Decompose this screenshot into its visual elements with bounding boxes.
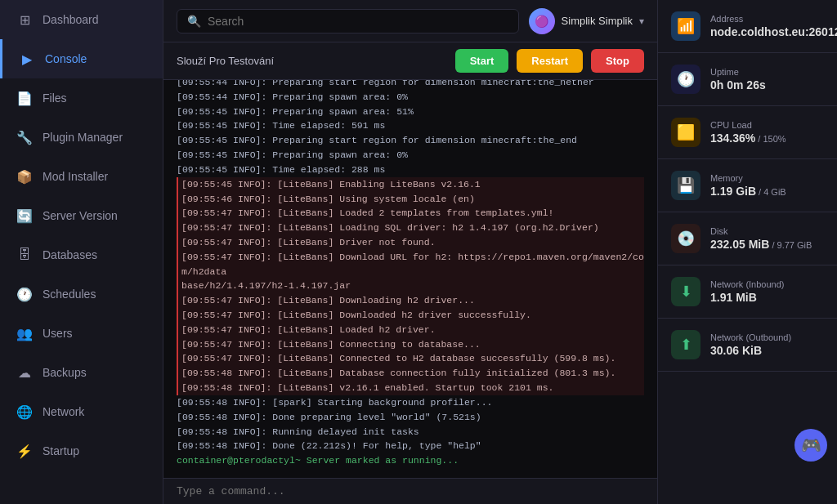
log-line: [09:55:45 INFO]: Preparing start region … xyxy=(177,133,644,148)
cpu-sub: / 150% xyxy=(755,134,786,144)
net-out-icon: ⬆ xyxy=(671,330,700,359)
search-box[interactable]: 🔍 xyxy=(177,9,519,33)
log-line: container@pterodactyl~ Server marked as … xyxy=(177,453,644,468)
sidebar-item-files[interactable]: 📄 Files xyxy=(0,78,163,118)
info-card-memory: 💾Memory1.19 GiB / 4 GiB xyxy=(658,159,837,212)
main-content: 🔍 🟣 Simplik Simplik ▾ Slouží Pro Testová… xyxy=(163,0,657,504)
disk-icon: 💿 xyxy=(671,224,700,253)
net-out-text: Network (Outbound)30.06 KiB xyxy=(710,332,791,357)
dashboard-icon: ⊞ xyxy=(16,11,33,28)
cpu-icon: 🟨 xyxy=(671,118,700,147)
memory-value: 1.19 GiB / 4 GiB xyxy=(710,185,786,198)
startup-icon: ⚡ xyxy=(16,443,33,459)
net-in-icon: ⬇ xyxy=(671,277,700,306)
sidebar-item-backups[interactable]: ☁ Backups xyxy=(0,353,163,392)
uptime-value: 0h 0m 26s xyxy=(710,78,766,91)
net-out-value: 30.06 KiB xyxy=(710,344,791,357)
disk-value: 232.05 MiB / 9.77 GiB xyxy=(710,238,812,251)
cpu-text: CPU Load134.36% / 150% xyxy=(710,120,786,145)
log-line: [09:55:47 INFO]: [LiteBans] Downloading … xyxy=(177,293,644,308)
sidebar-item-label: Mod Installer xyxy=(43,170,108,183)
disk-sub: / 9.77 GiB xyxy=(769,240,812,250)
log-line: [09:55:47 INFO]: [LiteBans] Downloaded h… xyxy=(177,308,644,323)
network-icon: 🌐 xyxy=(16,404,33,420)
search-icon: 🔍 xyxy=(187,15,201,28)
databases-icon: 🗄 xyxy=(16,247,33,263)
sidebar-item-network[interactable]: 🌐 Network xyxy=(0,392,163,431)
uptime-label: Uptime xyxy=(710,67,766,77)
log-line: [09:55:48 INFO]: [LiteBans] v2.16.1 enab… xyxy=(177,381,644,395)
memory-label: Memory xyxy=(710,173,786,183)
log-line: [09:55:45 INFO]: Time elapsed: 288 ms xyxy=(177,163,644,177)
log-line: [09:55:45 INFO]: Preparing spawn area: 5… xyxy=(177,105,644,119)
mod-installer-icon: 📦 xyxy=(16,168,33,185)
log-line: [09:55:47 INFO]: [LiteBans] Connected to… xyxy=(177,351,644,366)
log-line: [09:55:44 INFO]: Preparing start region … xyxy=(177,80,644,90)
sidebar-item-schedules[interactable]: 🕐 Schedules xyxy=(0,274,163,314)
log-line: [09:55:48 INFO]: [LiteBans] Database con… xyxy=(177,366,644,381)
discord-fab[interactable]: 🎮 xyxy=(794,429,827,462)
sidebar-item-mod-installer[interactable]: 📦 Mod Installer xyxy=(0,157,163,196)
log-line: [09:55:47 INFO]: [LiteBans] Loaded 2 tem… xyxy=(177,206,644,221)
server-version-icon: 🔄 xyxy=(16,207,33,224)
sidebar-item-label: Dashboard xyxy=(43,13,99,26)
log-line: [09:55:48 INFO]: Done preparing level "w… xyxy=(177,410,644,425)
console-output: [09:55:41 INFO]: Preparing level "world"… xyxy=(163,80,657,478)
address-value: node.coldhost.eu:26012 xyxy=(710,25,837,38)
console-icon: ▶ xyxy=(19,51,35,67)
sidebar-item-label: Schedules xyxy=(43,288,96,301)
sidebar-item-plugin-manager[interactable]: 🔧 Plugin Manager xyxy=(0,118,163,157)
address-label: Address xyxy=(710,14,837,24)
stop-button[interactable]: Stop xyxy=(591,49,644,73)
sidebar-item-console[interactable]: ▶ Console xyxy=(0,39,163,78)
net-in-value: 1.91 MiB xyxy=(710,291,785,304)
backups-icon: ☁ xyxy=(16,364,33,381)
sidebar-item-label: Network xyxy=(43,405,84,418)
right-panel: 📶Addressnode.coldhost.eu:26012🕐Uptime0h … xyxy=(657,0,837,504)
sidebar-item-label: Users xyxy=(43,327,73,340)
command-input[interactable] xyxy=(177,485,644,497)
log-line: [09:55:47 INFO]: [LiteBans] Driver not f… xyxy=(177,235,644,250)
avatar: 🟣 xyxy=(529,8,555,34)
log-line: [09:55:46 INFO]: [LiteBans] Using system… xyxy=(177,192,644,207)
uptime-text: Uptime0h 0m 26s xyxy=(710,67,766,91)
serverbar: Slouží Pro Testování Start Restart Stop xyxy=(163,42,657,80)
sidebar-item-server-version[interactable]: 🔄 Server Version xyxy=(0,196,163,235)
console-input-bar xyxy=(163,478,657,504)
info-card-uptime: 🕐Uptime0h 0m 26s xyxy=(658,53,837,106)
start-button[interactable]: Start xyxy=(455,49,509,73)
topbar: 🔍 🟣 Simplik Simplik ▾ xyxy=(163,0,657,42)
log-line: [09:55:45 INFO]: Preparing spawn area: 0… xyxy=(177,148,644,163)
sidebar-item-label: Console xyxy=(45,52,87,65)
log-line: [09:55:44 INFO]: Preparing spawn area: 0… xyxy=(177,90,644,105)
info-card-net-out: ⬆Network (Outbound)30.06 KiB xyxy=(658,319,837,372)
net-in-text: Network (Inbound)1.91 MiB xyxy=(710,279,785,304)
info-card-cpu: 🟨CPU Load134.36% / 150% xyxy=(658,106,837,159)
user-area: 🟣 Simplik Simplik ▾ xyxy=(529,8,644,34)
schedules-icon: 🕐 xyxy=(16,286,33,302)
log-line: base/h2/1.4.197/h2-1.4.197.jar xyxy=(177,279,644,293)
server-name: Slouží Pro Testování xyxy=(177,55,274,67)
user-name: Simplik Simplik xyxy=(562,15,633,27)
memory-text: Memory1.19 GiB / 4 GiB xyxy=(710,173,786,198)
memory-sub: / 4 GiB xyxy=(756,187,786,197)
chevron-down-icon[interactable]: ▾ xyxy=(639,16,644,27)
address-text: Addressnode.coldhost.eu:26012 xyxy=(710,14,837,38)
sidebar-item-dashboard[interactable]: ⊞ Dashboard xyxy=(0,0,163,39)
sidebar-item-users[interactable]: 👥 Users xyxy=(0,314,163,353)
sidebar-item-startup[interactable]: ⚡ Startup xyxy=(0,431,163,471)
files-icon: 📄 xyxy=(16,90,33,106)
log-line: [09:55:45 INFO]: [LiteBans] Enabling Lit… xyxy=(177,177,644,192)
log-line: [09:55:47 INFO]: [LiteBans] Download URL… xyxy=(177,250,644,279)
log-line: [09:55:48 INFO]: [spark] Starting backgr… xyxy=(177,395,644,410)
search-input[interactable] xyxy=(208,15,508,28)
log-line: [09:55:47 INFO]: [LiteBans] Loading SQL … xyxy=(177,221,644,235)
sidebar-item-label: Backups xyxy=(43,366,87,379)
sidebar-item-label: Plugin Manager xyxy=(43,131,123,144)
plugin-manager-icon: 🔧 xyxy=(16,129,33,145)
restart-button[interactable]: Restart xyxy=(517,49,583,73)
log-line: [09:55:47 INFO]: [LiteBans] Loaded h2 dr… xyxy=(177,323,644,337)
log-line: [09:55:48 INFO]: Running delayed init ta… xyxy=(177,425,644,439)
uptime-icon: 🕐 xyxy=(671,65,700,94)
sidebar-item-databases[interactable]: 🗄 Databases xyxy=(0,235,163,274)
